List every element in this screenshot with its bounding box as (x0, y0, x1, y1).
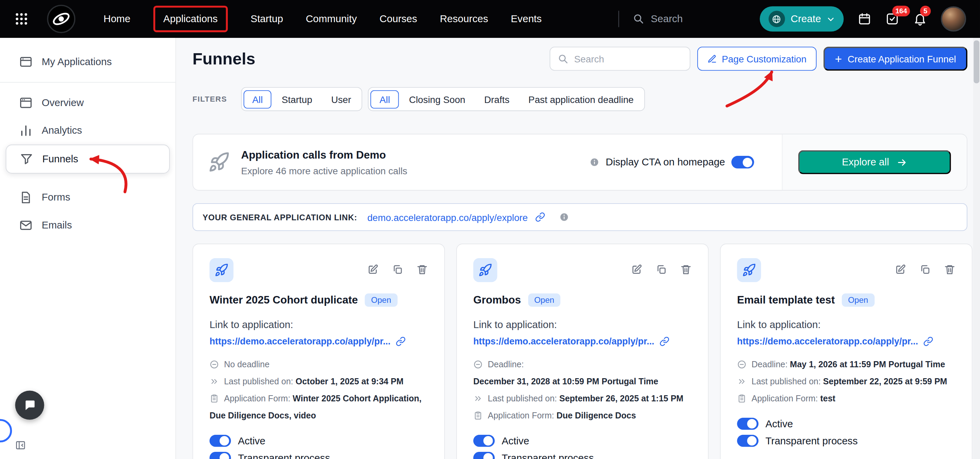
status-badge: Open (842, 293, 875, 307)
tasks-button[interactable]: 164 (885, 12, 899, 26)
edit-icon[interactable] (367, 264, 379, 275)
main-nav: Home Applications Startup Community Cour… (103, 6, 541, 32)
search-icon (558, 53, 568, 64)
cursor-ring (0, 419, 12, 442)
nav-item-resources[interactable]: Resources (440, 13, 488, 25)
sidebar-item-overview[interactable]: Overview (0, 89, 175, 116)
sidebar: My Applications Overview Analytics Funne… (0, 38, 176, 459)
rocket-icon (208, 151, 230, 173)
nav-item-community[interactable]: Community (306, 13, 357, 25)
global-search[interactable]: Search (633, 13, 683, 25)
filter-group-status: All Closing Soon Drafts Past application… (368, 87, 645, 111)
calendar-icon (858, 12, 872, 26)
sidebar-item-analytics[interactable]: Analytics (0, 116, 175, 144)
edit-icon[interactable] (895, 264, 906, 275)
link-icon (923, 336, 933, 346)
filter-all[interactable]: All (243, 90, 272, 108)
filter-group-type: All Startup User (241, 87, 363, 111)
sidebar-item-emails[interactable]: Emails (0, 212, 175, 239)
deadline-row: Deadline: May 1, 2026 at 11:59 PM Portug… (737, 356, 955, 373)
transparent-label: Transparent process (238, 452, 330, 459)
nav-item-courses[interactable]: Courses (380, 13, 417, 25)
transparent-process-toggle[interactable] (473, 452, 495, 459)
active-toggle[interactable] (737, 418, 759, 430)
banner-title: Application calls from Demo (241, 149, 407, 161)
nav-item-home[interactable]: Home (103, 13, 130, 25)
rocket-icon (473, 258, 497, 282)
notifications-button[interactable]: 5 (913, 12, 927, 26)
display-cta-toggle[interactable] (732, 156, 754, 169)
filter-startup[interactable]: Startup (273, 90, 321, 108)
create-application-funnel-button[interactable]: + Create Application Funnel (824, 47, 967, 70)
document-icon (19, 191, 33, 205)
general-link-url[interactable]: demo.acceleratorapp.co/apply/explore (367, 212, 528, 222)
active-label: Active (765, 418, 793, 429)
published-row: Last published on: October 1, 2025 at 9:… (209, 373, 428, 390)
form-row: Application Form: Due Diligence Docs (473, 407, 692, 424)
transparent-process-toggle[interactable] (737, 435, 759, 447)
delete-icon[interactable] (416, 264, 428, 275)
duplicate-icon[interactable] (919, 264, 931, 275)
explore-all-button[interactable]: Explore all (798, 150, 951, 174)
display-cta-label: Display CTA on homepage (606, 156, 725, 168)
chat-widget-button[interactable] (15, 391, 44, 420)
nav-divider (619, 11, 619, 27)
transparent-label: Transparent process (765, 435, 858, 446)
published-row: Last published on: September 22, 2025 at… (737, 373, 955, 390)
application-link[interactable]: https://demo.acceleratorapp.co/apply/pr.… (737, 336, 955, 346)
active-label: Active (501, 435, 529, 446)
filter-past-deadline[interactable]: Past application deadline (520, 90, 643, 108)
published-row: Last published on: September 26, 2025 at… (473, 390, 692, 407)
funnel-card-grombos: Grombos Open Link to application: https:… (456, 244, 709, 459)
rocket-icon (209, 258, 233, 282)
active-toggle[interactable] (209, 435, 231, 447)
applications-icon (19, 55, 33, 69)
nav-item-events[interactable]: Events (511, 13, 542, 25)
collapse-sidebar-icon[interactable] (15, 440, 25, 451)
globe-icon (768, 11, 785, 27)
page-customization-button[interactable]: Page Customization (697, 47, 817, 70)
sidebar-item-my-applications[interactable]: My Applications (0, 48, 175, 76)
rocket-icon (737, 258, 761, 282)
sidebar-item-funnels[interactable]: Funnels (6, 145, 170, 174)
info-icon[interactable] (559, 212, 570, 222)
user-avatar[interactable] (941, 6, 966, 32)
transparent-process-toggle[interactable] (209, 452, 231, 459)
filter-status-all[interactable]: All (371, 90, 399, 108)
filter-closing-soon[interactable]: Closing Soon (400, 90, 474, 108)
funnels-search[interactable] (550, 47, 690, 70)
mail-icon (19, 218, 33, 232)
application-link[interactable]: https://demo.acceleratorapp.co/apply/pr.… (473, 336, 692, 346)
funnel-title: Email template test (737, 293, 835, 306)
scrollbar-thumb[interactable] (974, 40, 979, 83)
search-input[interactable] (574, 53, 682, 64)
nav-item-startup[interactable]: Startup (251, 13, 283, 25)
calendar-button[interactable] (858, 12, 872, 26)
link-icon[interactable] (535, 212, 546, 222)
arrow-right-icon (896, 157, 907, 167)
filter-user[interactable]: User (322, 90, 360, 108)
sidebar-item-forms[interactable]: Forms (0, 184, 175, 212)
active-label: Active (238, 435, 266, 446)
application-link[interactable]: https://demo.acceleratorapp.co/apply/pr.… (209, 336, 428, 346)
create-button[interactable]: Create (760, 6, 843, 32)
app-logo[interactable] (47, 5, 76, 33)
chat-icon (23, 398, 37, 412)
delete-icon[interactable] (944, 264, 955, 275)
overview-icon (19, 96, 33, 110)
filter-drafts[interactable]: Drafts (475, 90, 518, 108)
nav-item-applications[interactable]: Applications (153, 6, 228, 32)
status-badge: Open (528, 293, 561, 307)
plus-icon: + (835, 53, 842, 65)
edit-icon[interactable] (631, 264, 643, 275)
duplicate-icon[interactable] (656, 264, 667, 275)
active-toggle[interactable] (473, 435, 495, 447)
delete-icon[interactable] (680, 264, 692, 275)
application-calls-banner: Application calls from Demo Explore 46 m… (192, 134, 967, 191)
status-badge: Open (365, 293, 398, 307)
duplicate-icon[interactable] (392, 264, 403, 275)
info-icon[interactable] (589, 157, 600, 167)
page-title: Funnels (192, 49, 255, 68)
transparent-label: Transparent process (501, 452, 593, 459)
apps-grid-icon[interactable] (14, 11, 29, 26)
